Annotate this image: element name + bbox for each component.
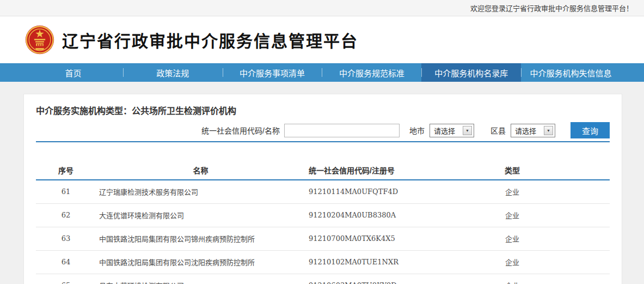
code-input[interactable] [284,124,400,137]
cell-no: 62 [36,203,96,227]
cell-no: 64 [36,250,96,274]
search-button[interactable]: 查询 [571,122,610,138]
cell-filler [561,227,610,250]
district-label: 区县 [490,125,506,136]
table-row: 61辽宁瑞康检测技术服务有限公司91210114MA0UFQTF4D企业 [36,180,610,203]
cell-code: 91210700MA0TX6K4X5 [305,227,463,250]
city-select[interactable]: 请选择 ▼ [430,124,474,137]
chevron-down-icon: ▼ [544,126,553,135]
section-title: 中介服务实施机构类型：公共场所卫生检测评价机构 [36,105,610,117]
chevron-down-icon: ▼ [463,126,472,135]
cell-type: 企业 [463,203,561,227]
table-row: 65丹东大蓝环境检测有限公司91210603MA0TU8KY9D企业 [36,274,610,284]
site-header: 辽宁省行政审批中介服务信息管理平台 [0,16,644,63]
cell-name: 大连优谱环境检测有限公司 [96,203,305,227]
cell-filler [561,274,610,284]
code-label: 统一社会信用代码/名称 [201,125,280,136]
search-form: 统一社会信用代码/名称 地市 请选择 ▼ 区县 请选择 ▼ 查询 [36,122,610,139]
cell-code: 91210204MA0UB8380A [305,203,463,227]
cell-type: 企业 [463,180,561,203]
cell-name: 中国铁路沈阳局集团有限公司沈阳疾病预防控制所 [96,250,305,274]
table-header-4: 类型 [463,161,561,180]
district-select-value: 请选择 [515,125,536,136]
table-header-2: 名称 [96,161,305,180]
cell-no: 63 [36,227,96,250]
content-card: 中介服务实施机构类型：公共场所卫生检测评价机构 统一社会信用代码/名称 地市 请… [23,94,622,284]
nav-item-3[interactable]: 中介服务事项清单 [223,63,322,82]
national-emblem-icon [25,25,54,55]
nav-item-5[interactable]: 中介服务机构名录库 [421,63,521,82]
cell-filler [561,180,610,203]
cell-name: 辽宁瑞康检测技术服务有限公司 [96,180,305,203]
city-select-value: 请选择 [434,125,455,136]
cell-code: 91210603MA0TU8KY9D [305,274,463,284]
table-body: 61辽宁瑞康检测技术服务有限公司91210114MA0UFQTF4D企业62大连… [36,180,610,284]
table-row: 63中国铁路沈阳局集团有限公司锦州疾病预防控制所91210700MA0TX6K4… [36,227,610,250]
table-header-1: 序号 [36,161,96,180]
cell-filler [561,203,610,227]
welcome-text: 欢迎您登录辽宁省行政审批中介服务信息管理平台！ [470,3,633,13]
page-body: 中介服务实施机构类型：公共场所卫生检测评价机构 统一社会信用代码/名称 地市 请… [0,82,644,284]
cell-no: 61 [36,180,96,203]
divider [36,141,610,142]
cell-type: 企业 [463,227,561,250]
page-title: 辽宁省行政审批中介服务信息管理平台 [62,28,358,52]
table-header-3: 统一社会信用代码/注册号 [305,161,463,180]
cell-filler [561,250,610,274]
main-nav: 首页政策法规中介服务事项清单中介服务规范标准中介服务机构名录库中介服务机构失信信… [0,63,644,82]
table-row: 64中国铁路沈阳局集团有限公司沈阳疾病预防控制所91210102MA0TUE1N… [36,250,610,274]
nav-item-2[interactable]: 政策法规 [123,63,223,82]
cell-name: 中国铁路沈阳局集团有限公司锦州疾病预防控制所 [96,227,305,250]
nav-item-4[interactable]: 中介服务规范标准 [322,63,421,82]
navbar-items: 首页政策法规中介服务事项清单中介服务规范标准中介服务机构名录库中介服务机构失信信… [23,63,621,82]
cell-name: 丹东大蓝环境检测有限公司 [96,274,305,284]
nav-item-1[interactable]: 首页 [23,63,123,82]
district-select[interactable]: 请选择 ▼ [511,124,555,137]
topbar: 欢迎您登录辽宁省行政审批中介服务信息管理平台！ [0,0,644,16]
table-row: 62大连优谱环境检测有限公司91210204MA0UB8380A企业 [36,203,610,227]
city-label: 地市 [409,125,425,136]
agency-table: 序号名称统一社会信用代码/注册号类型 61辽宁瑞康检测技术服务有限公司91210… [36,161,610,284]
cell-no: 65 [36,274,96,284]
nav-item-6[interactable]: 中介服务机构失信信息 [521,63,621,82]
cell-type: 企业 [463,274,561,284]
table-header-row: 序号名称统一社会信用代码/注册号类型 [36,161,610,180]
cell-code: 91210102MA0TUE1NXR [305,250,463,274]
cell-code: 91210114MA0UFQTF4D [305,180,463,203]
cell-type: 企业 [463,250,561,274]
table-header-filler [561,161,610,180]
